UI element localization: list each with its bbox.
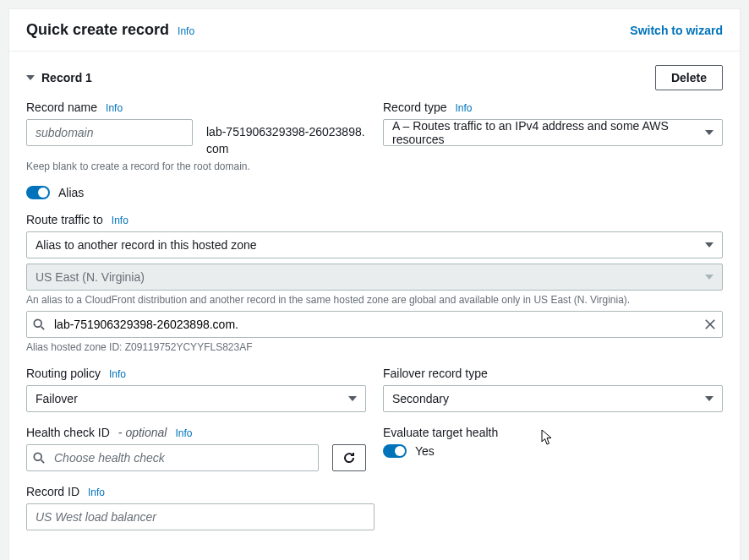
delete-button[interactable]: Delete [655, 65, 723, 90]
record-type-label: Record type Info [383, 101, 723, 114]
route-traffic-label: Route traffic to Info [26, 213, 723, 226]
health-check-input[interactable] [26, 444, 319, 471]
health-check-info-link[interactable]: Info [175, 427, 192, 439]
route-region-hint: An alias to a CloudFront distribution an… [26, 294, 723, 306]
page-title-text: Quick create record [26, 21, 169, 39]
switch-to-wizard-link[interactable]: Switch to wizard [630, 24, 723, 37]
routing-policy-select[interactable]: Failover [26, 385, 366, 412]
record-id-input[interactable] [26, 503, 374, 530]
chevron-down-icon [705, 242, 713, 247]
section-title-text: Record 1 [41, 71, 92, 84]
record-id-info-link[interactable]: Info [88, 487, 105, 498]
record-name-label: Record name Info [26, 101, 366, 114]
record-type-info-link[interactable]: Info [455, 102, 472, 114]
failover-type-label: Failover record type [383, 367, 723, 380]
failover-type-select[interactable]: Secondary [383, 385, 723, 412]
route-traffic-info-link[interactable]: Info [112, 215, 128, 226]
page-title: Quick create record Info [26, 21, 194, 39]
routing-policy-info-link[interactable]: Info [109, 368, 126, 380]
alias-toggle[interactable] [26, 186, 50, 199]
eval-health-toggle[interactable] [383, 444, 407, 458]
route-region-select: US East (N. Virginia) [26, 264, 723, 291]
route-target-search-input[interactable] [26, 311, 723, 338]
record-id-label: Record ID Info [26, 485, 374, 498]
chevron-down-icon [705, 396, 713, 401]
page-title-info-link[interactable]: Info [178, 25, 194, 37]
health-check-label: Health check ID - optional Info [26, 426, 366, 439]
record-name-suffix: lab-751906329398-26023898.com [206, 119, 366, 157]
chevron-down-icon [705, 130, 713, 135]
eval-health-value: Yes [415, 444, 435, 458]
record-name-info-link[interactable]: Info [106, 102, 123, 114]
chevron-down-icon [348, 396, 357, 401]
route-zone-hint: Alias hosted zone ID: Z09119752YCYYFLS82… [26, 341, 723, 353]
chevron-down-icon [705, 275, 713, 280]
record-name-input[interactable] [26, 119, 193, 146]
alias-label: Alias [58, 186, 84, 199]
clear-icon[interactable] [704, 318, 716, 330]
eval-health-label: Evaluate target health [383, 426, 723, 439]
chevron-down-icon [26, 75, 35, 80]
record-type-select[interactable]: A – Routes traffic to an IPv4 address an… [383, 119, 723, 146]
route-target-type-select[interactable]: Alias to another record in this hosted z… [26, 231, 723, 258]
refresh-icon [342, 451, 356, 465]
record-name-hint: Keep blank to create a record for the ro… [26, 160, 366, 172]
routing-policy-label: Routing policy Info [26, 367, 366, 380]
section-toggle[interactable]: Record 1 [26, 71, 92, 84]
refresh-button[interactable] [332, 444, 366, 471]
